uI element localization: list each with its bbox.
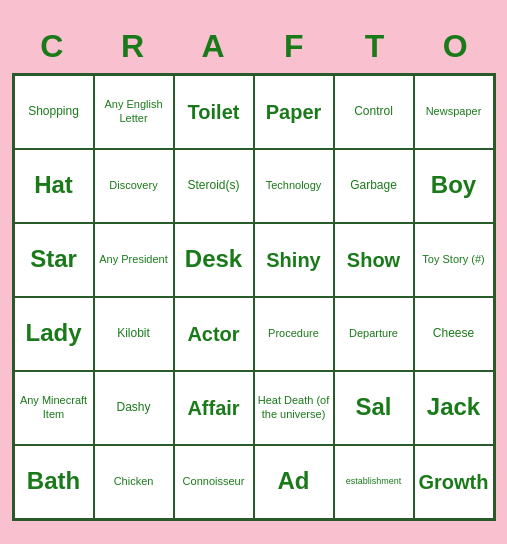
bingo-cell[interactable]: Any English Letter bbox=[94, 75, 174, 149]
cell-label: Departure bbox=[349, 327, 398, 340]
cell-label: Boy bbox=[431, 171, 476, 200]
cell-label: Shopping bbox=[28, 104, 79, 118]
bingo-cell[interactable]: Ad bbox=[254, 445, 334, 519]
cell-label: Control bbox=[354, 104, 393, 118]
bingo-cell[interactable]: Garbage bbox=[334, 149, 414, 223]
cell-label: Technology bbox=[266, 179, 322, 192]
cell-label: Actor bbox=[187, 322, 239, 346]
bingo-cell[interactable]: establishment bbox=[334, 445, 414, 519]
cell-label: Growth bbox=[419, 470, 489, 494]
bingo-cell[interactable]: Control bbox=[334, 75, 414, 149]
bingo-cell[interactable]: Steroid(s) bbox=[174, 149, 254, 223]
cell-label: Dashy bbox=[116, 400, 150, 414]
header-letter: T bbox=[334, 24, 415, 69]
cell-label: Chicken bbox=[114, 475, 154, 488]
bingo-cell[interactable]: Discovery bbox=[94, 149, 174, 223]
cell-label: Affair bbox=[187, 396, 239, 420]
bingo-cell[interactable]: Connoisseur bbox=[174, 445, 254, 519]
bingo-cell[interactable]: Affair bbox=[174, 371, 254, 445]
cell-label: establishment bbox=[346, 476, 402, 487]
cell-label: Kilobit bbox=[117, 326, 150, 340]
bingo-cell[interactable]: Lady bbox=[14, 297, 94, 371]
cell-label: Garbage bbox=[350, 178, 397, 192]
bingo-cell[interactable]: Toy Story (#) bbox=[414, 223, 494, 297]
cell-label: Discovery bbox=[109, 179, 157, 192]
bingo-cell[interactable]: Bath bbox=[14, 445, 94, 519]
bingo-cell[interactable]: Toilet bbox=[174, 75, 254, 149]
cell-label: Steroid(s) bbox=[187, 178, 239, 192]
bingo-cell[interactable]: Technology bbox=[254, 149, 334, 223]
bingo-cell[interactable]: Sal bbox=[334, 371, 414, 445]
cell-label: Bath bbox=[27, 467, 80, 496]
bingo-cell[interactable]: Desk bbox=[174, 223, 254, 297]
bingo-cell[interactable]: Hat bbox=[14, 149, 94, 223]
cell-label: Cheese bbox=[433, 326, 474, 340]
bingo-cell[interactable]: Star bbox=[14, 223, 94, 297]
bingo-cell[interactable]: Growth bbox=[414, 445, 494, 519]
bingo-cell[interactable]: Chicken bbox=[94, 445, 174, 519]
bingo-cell[interactable]: Procedure bbox=[254, 297, 334, 371]
bingo-cell[interactable]: Dashy bbox=[94, 371, 174, 445]
header-letter: O bbox=[415, 24, 496, 69]
cell-label: Jack bbox=[427, 393, 480, 422]
cell-label: Connoisseur bbox=[183, 475, 245, 488]
bingo-grid: ShoppingAny English LetterToiletPaperCon… bbox=[12, 73, 496, 521]
header-letter: F bbox=[253, 24, 334, 69]
cell-label: Any President bbox=[99, 253, 167, 266]
cell-label: Toilet bbox=[188, 100, 240, 124]
bingo-cell[interactable]: Any President bbox=[94, 223, 174, 297]
cell-label: Show bbox=[347, 248, 400, 272]
cell-label: Hat bbox=[34, 171, 73, 200]
bingo-cell[interactable]: Shiny bbox=[254, 223, 334, 297]
cell-label: Star bbox=[30, 245, 77, 274]
cell-label: Toy Story (#) bbox=[422, 253, 484, 266]
cell-label: Shiny bbox=[266, 248, 320, 272]
header-letter: R bbox=[92, 24, 173, 69]
bingo-cell[interactable]: Boy bbox=[414, 149, 494, 223]
bingo-cell[interactable]: Jack bbox=[414, 371, 494, 445]
bingo-cell[interactable]: Actor bbox=[174, 297, 254, 371]
cell-label: Paper bbox=[266, 100, 322, 124]
cell-label: Heat Death (of the universe) bbox=[257, 394, 331, 420]
bingo-card: CRAFTO ShoppingAny English LetterToiletP… bbox=[4, 16, 504, 529]
bingo-cell[interactable]: Cheese bbox=[414, 297, 494, 371]
bingo-cell[interactable]: Kilobit bbox=[94, 297, 174, 371]
bingo-cell[interactable]: Show bbox=[334, 223, 414, 297]
cell-label: Any English Letter bbox=[97, 98, 171, 124]
bingo-cell[interactable]: Heat Death (of the universe) bbox=[254, 371, 334, 445]
header-letter: A bbox=[173, 24, 254, 69]
header-letter: C bbox=[12, 24, 93, 69]
cell-label: Desk bbox=[185, 245, 242, 274]
header-row: CRAFTO bbox=[12, 24, 496, 69]
cell-label: Procedure bbox=[268, 327, 319, 340]
bingo-cell[interactable]: Shopping bbox=[14, 75, 94, 149]
cell-label: Newspaper bbox=[426, 105, 482, 118]
bingo-cell[interactable]: Newspaper bbox=[414, 75, 494, 149]
cell-label: Lady bbox=[25, 319, 81, 348]
cell-label: Ad bbox=[278, 467, 310, 496]
bingo-cell[interactable]: Paper bbox=[254, 75, 334, 149]
bingo-cell[interactable]: Departure bbox=[334, 297, 414, 371]
cell-label: Any Minecraft Item bbox=[17, 394, 91, 420]
cell-label: Sal bbox=[355, 393, 391, 422]
bingo-cell[interactable]: Any Minecraft Item bbox=[14, 371, 94, 445]
